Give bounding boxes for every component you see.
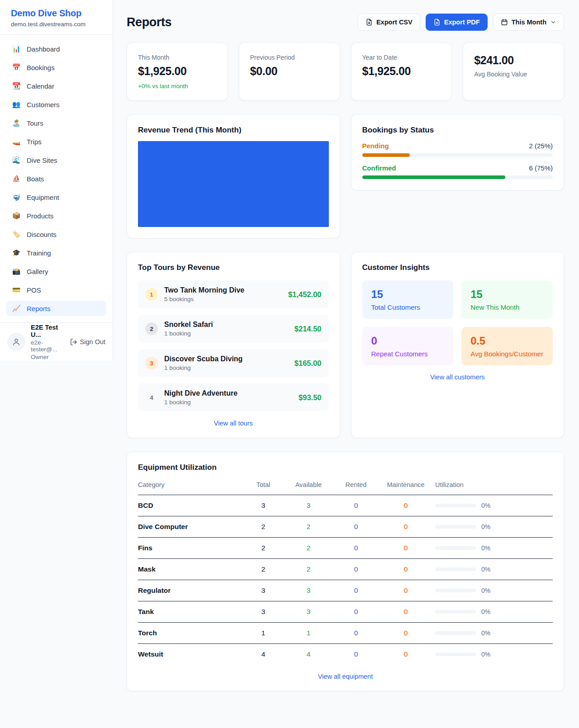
rank-badge: 4: [145, 391, 158, 404]
sidebar-item-equipment[interactable]: 🤿Equipment: [6, 189, 106, 205]
utilization-bar-track: [435, 589, 476, 592]
sidebar-nav: 📊Dashboard📅Bookings📆Calendar👥Customers🏝️…: [0, 35, 113, 361]
available-cell: 2: [281, 523, 336, 531]
tours-icon: 🏝️: [12, 119, 21, 127]
rented-cell: 0: [336, 501, 376, 510]
export-csv-button[interactable]: Export CSV: [358, 14, 420, 31]
sidebar-item-label: Equipment: [27, 194, 59, 201]
tour-revenue: $214.50: [294, 325, 322, 333]
column-header-category: Category: [138, 481, 245, 488]
sidebar-item-label: Training: [27, 249, 51, 257]
sidebar-item-bookings[interactable]: 📅Bookings: [6, 60, 106, 75]
sidebar-item-label: Discounts: [27, 231, 57, 238]
total-cell: 2: [245, 544, 281, 552]
column-header-utilization: Utilization: [435, 481, 553, 488]
revenue-chart-fill: [138, 141, 329, 227]
sign-out-button[interactable]: Sign Out: [70, 338, 105, 346]
tour-info: Discover Scuba Diving1 booking: [164, 355, 288, 371]
sidebar-item-reports[interactable]: 📈Reports: [6, 301, 106, 316]
customer-insights-title: Customer Insights: [362, 263, 553, 272]
equipment-row-regulator: Regulator33000%: [138, 580, 553, 601]
bookings-icon: 📅: [12, 63, 21, 71]
period-label: This Month: [512, 19, 546, 26]
stat-cards: This Month$1,925.00+0% vs last monthPrev…: [127, 43, 564, 101]
sidebar-item-dashboard[interactable]: 📊Dashboard: [6, 41, 106, 57]
tour-list: 1Two Tank Morning Dive5 bookings$1,452.0…: [138, 280, 329, 411]
utilization-cell: 0%: [435, 629, 553, 637]
sidebar-item-trips[interactable]: 🚤Trips: [6, 134, 106, 149]
sidebar-item-training[interactable]: 🎓Training: [6, 245, 106, 260]
reports-icon: 📈: [12, 304, 21, 312]
view-all-tours-link[interactable]: View all tours: [138, 420, 329, 427]
insight-tile-total-customers: 15Total Customers: [362, 280, 454, 319]
rented-cell: 0: [336, 586, 376, 595]
category-cell: Dive Computer: [138, 523, 245, 531]
equipment-row-bcd: BCD33000%: [138, 495, 553, 516]
rank-badge: 2: [145, 322, 158, 335]
sidebar-item-products[interactable]: 📦Products: [6, 208, 106, 223]
total-cell: 2: [245, 523, 281, 531]
tour-revenue: $93.50: [299, 393, 321, 402]
equipment-row-torch: Torch11000%: [138, 623, 553, 644]
sidebar-item-tours[interactable]: 🏝️Tours: [6, 115, 106, 131]
category-cell: Wetsuit: [138, 650, 245, 658]
tour-row-snorkel-safari: 2Snorkel Safari1 booking$214.50: [138, 315, 329, 343]
stat-card-avg-booking-value: $241.00Avg Booking Value: [463, 43, 564, 101]
period-dropdown[interactable]: This Month: [493, 14, 564, 31]
stat-label: Avg Booking Value: [474, 71, 553, 78]
column-header-rented: Rented: [336, 481, 376, 488]
category-cell: Regulator: [138, 586, 245, 595]
sidebar-item-gallery[interactable]: 📸Gallery: [6, 264, 106, 279]
tour-info: Two Tank Morning Dive5 bookings: [164, 286, 282, 303]
status-rows: Pending2 (25%)Confirmed6 (75%): [362, 142, 553, 179]
utilization-percent: 0%: [481, 629, 490, 637]
view-all-customers-link[interactable]: View all customers: [362, 373, 553, 381]
rank-badge: 3: [145, 357, 158, 369]
column-header-maintenance: Maintenance: [376, 481, 435, 488]
sidebar-item-calendar[interactable]: 📆Calendar: [6, 78, 106, 94]
total-cell: 4: [245, 650, 281, 658]
sign-out-label: Sign Out: [80, 338, 105, 345]
stat-label: Year to Date: [362, 54, 441, 61]
insight-label: Total Customers: [371, 303, 445, 311]
tour-row-night-dive-adventure: 4Night Dive Adventure1 booking$93.50: [138, 383, 329, 411]
sidebar-item-label: Tours: [27, 119, 43, 127]
topbar-actions: Export CSV Export PDF This Month: [358, 14, 564, 31]
insight-value: 0: [371, 335, 445, 347]
status-progress-track: [362, 153, 553, 157]
view-all-equipment-link[interactable]: View all equipment: [138, 673, 553, 680]
status-row-head: Confirmed6 (75%): [362, 164, 553, 172]
available-cell: 3: [281, 586, 336, 595]
equipment-table-header: CategoryTotalAvailableRentedMaintenanceU…: [138, 478, 553, 495]
sidebar-item-dive-sites[interactable]: 🌊Dive Sites: [6, 152, 106, 168]
export-pdf-label: Export PDF: [444, 19, 480, 26]
sidebar-item-label: Reports: [27, 305, 51, 312]
avatar: [7, 333, 25, 351]
export-pdf-button[interactable]: Export PDF: [426, 14, 488, 31]
file-download-icon: [433, 19, 441, 26]
sidebar-item-boats[interactable]: ⛵Boats: [6, 171, 106, 186]
category-cell: Mask: [138, 565, 245, 573]
dashboard-icon: 📊: [12, 45, 21, 53]
sidebar-item-discounts[interactable]: 🏷️Discounts: [6, 227, 106, 242]
sidebar-item-pos[interactable]: 💳POS: [6, 282, 106, 298]
status-row-pending: Pending2 (25%): [362, 142, 553, 157]
customer-insights-card: Customer Insights 15Total Customers15New…: [351, 252, 565, 438]
tour-row-two-tank-morning-dive: 1Two Tank Morning Dive5 bookings$1,452.0…: [138, 280, 329, 308]
rented-cell: 0: [336, 608, 376, 616]
sidebar-item-customers[interactable]: 👥Customers: [6, 97, 106, 112]
rented-cell: 0: [336, 544, 376, 552]
utilization-percent: 0%: [481, 566, 490, 573]
category-cell: Tank: [138, 608, 245, 616]
tour-name: Discover Scuba Diving: [164, 355, 288, 363]
maintenance-cell: 0: [376, 608, 435, 616]
top-tours-card: Top Tours by Revenue 1Two Tank Morning D…: [127, 252, 340, 438]
utilization-cell: 0%: [435, 502, 553, 509]
equipment-table-body: BCD33000%Dive Computer22000%Fins22000%Ma…: [138, 495, 553, 665]
sidebar-item-label: Boats: [27, 175, 44, 183]
tour-revenue: $1,452.00: [288, 290, 321, 299]
insight-label: New This Month: [470, 303, 544, 311]
total-cell: 1: [245, 629, 281, 637]
equipment-row-mask: Mask22000%: [138, 559, 553, 580]
insight-tile-avg-bookings-customer: 0.5Avg Bookings/Customer: [461, 327, 553, 365]
